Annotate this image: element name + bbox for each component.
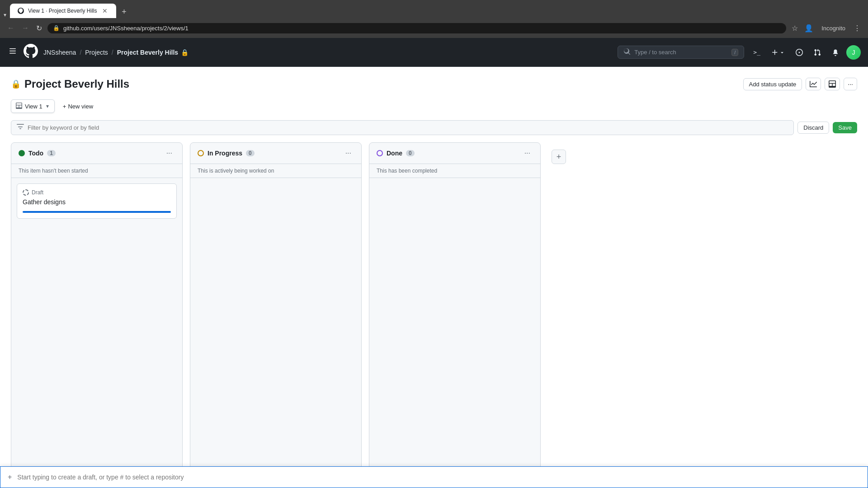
gather-designs-card[interactable]: Draft Gather designs — [17, 183, 177, 219]
in-progress-column-header: In Progress 0 ··· — [190, 143, 361, 164]
breadcrumb-separator-1: / — [80, 49, 81, 56]
address-bar[interactable]: 🔒 github.com/users/JNSsheena/projects/2/… — [47, 23, 786, 33]
avatar[interactable]: J — [846, 45, 861, 60]
discard-button[interactable]: Discard — [797, 122, 829, 134]
view-1-label: View 1 — [25, 103, 42, 110]
todo-column-header: Todo 1 ··· — [11, 143, 182, 164]
todo-column-description: This item hasn't been started — [11, 164, 182, 178]
more-options-button[interactable]: ··· — [844, 78, 857, 90]
draft-creation-bar: + — [0, 466, 868, 488]
github-menu-button[interactable] — [7, 46, 18, 59]
done-status-dot — [377, 150, 383, 156]
view-icon — [16, 103, 22, 110]
bookmark-button[interactable]: ☆ — [790, 22, 800, 34]
breadcrumb-separator-2: / — [112, 49, 113, 56]
done-column-description: This has been completed — [369, 164, 540, 178]
breadcrumb-project-name: Project Beverly Hills 🔒 — [117, 49, 189, 56]
filter-input-container[interactable] — [11, 120, 794, 135]
views-bar: View 1 ▾ + New view — [11, 99, 857, 113]
done-column-count: 0 — [406, 150, 415, 156]
create-button[interactable] — [768, 47, 788, 58]
more-icon: ··· — [848, 80, 853, 88]
address-text: github.com/users/JNSsheena/projects/2/vi… — [63, 25, 781, 32]
in-progress-status-dot — [198, 150, 204, 156]
save-button[interactable]: Save — [833, 122, 857, 133]
tab-title: View 1 · Project Beverly Hills — [28, 8, 97, 14]
tab-list-button[interactable]: ▾ — [4, 12, 6, 18]
search-placeholder-text: Type / to search — [634, 49, 728, 56]
in-progress-cards-container — [190, 178, 361, 476]
address-lock-icon: 🔒 — [53, 25, 60, 31]
refresh-button[interactable]: ↻ — [34, 22, 44, 34]
pullrequests-button[interactable] — [810, 47, 825, 58]
card-draft-label: Draft — [23, 189, 171, 196]
breadcrumb: JNSsheena / Projects / Project Beverly H… — [43, 49, 189, 56]
global-search[interactable]: Type / to search / — [618, 46, 744, 59]
new-view-label: New view — [68, 103, 93, 110]
done-column: Done 0 ··· This has been completed — [369, 142, 541, 477]
in-progress-column-menu-button[interactable]: ··· — [343, 148, 354, 158]
view-dropdown-button[interactable]: ▾ — [45, 102, 50, 110]
new-view-plus-icon: + — [63, 103, 66, 110]
tab-favicon — [17, 7, 24, 14]
search-icon — [623, 48, 631, 56]
incognito-label: Incognito — [818, 23, 849, 33]
add-column-button[interactable]: + — [552, 150, 566, 164]
terminal-button[interactable]: >_ — [750, 47, 764, 57]
done-cards-container — [369, 178, 540, 476]
notifications-button[interactable] — [828, 47, 843, 58]
filter-icon — [17, 123, 24, 132]
done-column-name: Done — [387, 150, 402, 157]
add-column-area: + — [548, 142, 570, 488]
todo-column-menu-button[interactable]: ··· — [164, 148, 175, 158]
project-lock-icon: 🔒 — [11, 79, 21, 89]
draft-plus-icon[interactable]: + — [8, 473, 12, 481]
in-progress-column-count: 0 — [246, 150, 255, 156]
breadcrumb-lock-icon: 🔒 — [181, 49, 189, 56]
todo-status-dot — [19, 150, 25, 156]
draft-icon — [23, 189, 29, 196]
todo-column-count: 1 — [47, 150, 56, 156]
in-progress-column-name: In Progress — [208, 150, 242, 157]
breadcrumb-projects[interactable]: Projects — [85, 49, 108, 56]
in-progress-column: In Progress 0 ··· This is actively being… — [190, 142, 362, 477]
project-title: 🔒 Project Beverly Hills — [11, 78, 129, 90]
in-progress-column-description: This is actively being worked on — [190, 164, 361, 178]
kanban-board: Todo 1 ··· This item hasn't been started… — [11, 142, 857, 488]
card-title: Gather designs — [23, 198, 171, 206]
new-tab-button[interactable]: + — [118, 5, 131, 18]
forward-button[interactable]: → — [20, 22, 31, 34]
done-column-header: Done 0 ··· — [369, 143, 540, 164]
filter-bar: Discard Save — [11, 120, 857, 135]
new-view-button[interactable]: + New view — [58, 101, 98, 112]
todo-column-name: Todo — [28, 150, 43, 157]
chart-view-button[interactable] — [806, 78, 821, 90]
back-button[interactable]: ← — [5, 22, 16, 34]
breadcrumb-user[interactable]: JNSsheena — [43, 49, 76, 56]
project-header: 🔒 Project Beverly Hills Add status updat… — [11, 78, 857, 90]
table-view-button[interactable] — [825, 78, 840, 90]
todo-column: Todo 1 ··· This item hasn't been started… — [11, 142, 183, 477]
draft-input[interactable] — [17, 474, 860, 481]
github-logo — [24, 44, 38, 61]
profile-button[interactable]: 👤 — [802, 22, 815, 34]
view-1-tab[interactable]: View 1 ▾ — [11, 99, 55, 113]
browser-more-button[interactable]: ⋮ — [852, 22, 863, 34]
done-column-menu-button[interactable]: ··· — [522, 148, 533, 158]
issues-button[interactable] — [792, 47, 807, 58]
active-tab[interactable]: View 1 · Project Beverly Hills ✕ — [10, 4, 116, 18]
tab-close-button[interactable]: ✕ — [101, 7, 109, 15]
filter-input[interactable] — [28, 124, 788, 131]
card-progress-bar — [23, 211, 171, 213]
add-status-update-button[interactable]: Add status update — [743, 78, 802, 90]
todo-cards-container: Draft Gather designs — [11, 178, 182, 476]
search-keyboard-shortcut: / — [731, 49, 738, 56]
